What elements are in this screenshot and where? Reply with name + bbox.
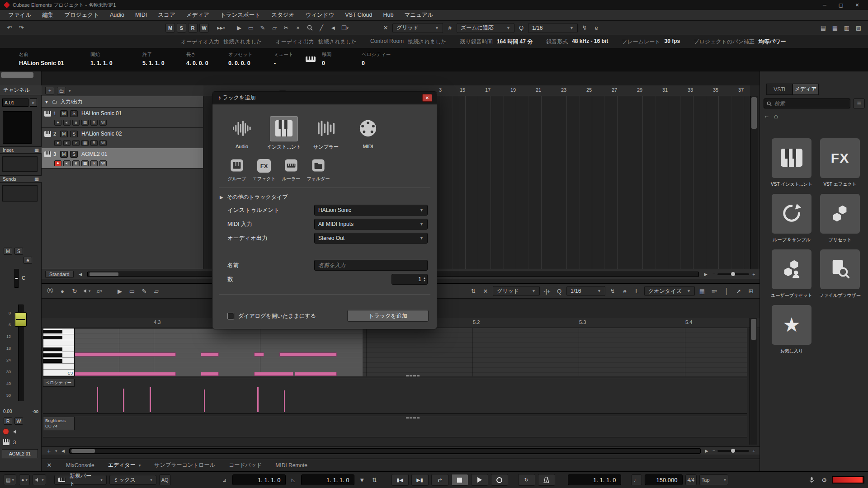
mix-dropdown[interactable]: ミックス▾ bbox=[109, 475, 156, 485]
retrospective-record-icon[interactable]: ↻ bbox=[518, 474, 535, 486]
track-name[interactable]: HALion Sonic 02 bbox=[81, 131, 122, 137]
instrument-icon[interactable]: ▦ bbox=[81, 120, 89, 126]
primary-time-display[interactable]: 1. 1. 1. 0 bbox=[568, 474, 621, 485]
instrument-icon[interactable]: ▦ bbox=[81, 140, 89, 146]
acoustic-feedback-icon[interactable]: ▾ bbox=[82, 286, 92, 296]
range-tool-icon[interactable]: ▭ bbox=[127, 286, 137, 296]
track-row-agml2-01-selected[interactable]: 3 M S AGML2 01 ● e ▦ R W bbox=[42, 148, 203, 169]
editor-horizontal-scrollbar[interactable] bbox=[69, 448, 701, 454]
zoom-in-icon[interactable]: ＋ bbox=[751, 271, 756, 277]
read-automation-icon[interactable]: R bbox=[90, 120, 98, 126]
go-to-previous-marker-button[interactable]: ▮◀ bbox=[392, 474, 409, 486]
type-group[interactable]: グループ bbox=[226, 158, 247, 182]
tab-vsti[interactable]: VSTi bbox=[766, 84, 793, 95]
cc74-lane[interactable] bbox=[43, 416, 747, 437]
undo-icon[interactable]: ↶ bbox=[5, 23, 14, 33]
track-solo-button[interactable]: S bbox=[70, 151, 78, 158]
monitor-mode-icon[interactable]: ▾ bbox=[33, 474, 46, 485]
use-track-preset-icon[interactable]: 🗀 bbox=[57, 87, 66, 94]
aq-button[interactable]: AQ bbox=[159, 474, 171, 485]
solo-editor-icon[interactable]: Ⓢ bbox=[45, 286, 55, 296]
track-row-halion-sonic-02[interactable]: 2 M S HALion Sonic 02 ● e ▦ R W bbox=[42, 128, 203, 148]
time-signature-display[interactable]: 4/4 bbox=[685, 474, 697, 485]
line-tool-icon[interactable]: ╱ bbox=[316, 23, 326, 33]
type-ruler[interactable]: ルーラー bbox=[281, 158, 302, 182]
scroll-right-icon[interactable]: ▶ bbox=[703, 446, 710, 456]
edit-channel-icon[interactable]: e bbox=[72, 160, 80, 166]
search-input[interactable] bbox=[774, 101, 847, 106]
lower-zone-toggle-icon[interactable]: ▦ bbox=[830, 23, 840, 33]
erase-tool-icon[interactable]: ▱ bbox=[269, 23, 279, 33]
object-select-tool-icon[interactable]: ▶ bbox=[234, 23, 244, 33]
menu-window[interactable]: ウィンドウ bbox=[301, 10, 339, 20]
channel-solo-button[interactable]: S bbox=[14, 248, 23, 255]
split-tool-icon[interactable]: ✂ bbox=[281, 23, 291, 33]
minimize-button[interactable]: ─ bbox=[816, 0, 833, 9]
track-solo-button[interactable]: S bbox=[70, 110, 78, 117]
tile-favorites[interactable]: ★ お気に入り bbox=[771, 305, 812, 354]
channel-mute-button[interactable]: M bbox=[4, 248, 12, 255]
menu-hub[interactable]: Hub bbox=[379, 10, 398, 20]
chevron-down-icon[interactable]: ▾ bbox=[139, 463, 141, 468]
menu-edit[interactable]: 編集 bbox=[38, 10, 58, 20]
editor-quantize-dropdown[interactable]: 1/16▼ bbox=[566, 286, 605, 296]
spinner-down-icon[interactable]: ▼ bbox=[423, 279, 426, 282]
iterative-quantize-icon[interactable]: ↯ bbox=[608, 286, 618, 296]
event-colors-icon[interactable]: ≡▾ bbox=[709, 286, 719, 296]
record-enable-icon[interactable]: ● bbox=[54, 140, 61, 146]
channel-track-name[interactable]: AGML2 01 bbox=[2, 449, 38, 458]
info-mute[interactable]: ミュート- bbox=[274, 52, 293, 66]
menu-vst-cloud[interactable]: VST Cloud bbox=[340, 10, 377, 20]
add-track-button[interactable]: ＋ bbox=[45, 87, 54, 94]
midi-input-dropdown[interactable]: All MIDI Inputs▼ bbox=[314, 219, 428, 230]
editor-auto-scroll-icon[interactable]: ⇅ bbox=[468, 286, 478, 296]
scroll-left-icon[interactable]: ◀ bbox=[60, 446, 66, 456]
exclusive-monitor-icon[interactable]: ▤▾ bbox=[4, 474, 16, 485]
back-icon[interactable]: ← bbox=[764, 113, 769, 119]
menu-midi[interactable]: MIDI bbox=[131, 10, 151, 20]
grid-type-dropdown[interactable]: グリッド▼ bbox=[392, 23, 443, 33]
edit-channel-icon[interactable]: e bbox=[72, 140, 80, 146]
piano-keyboard[interactable]: C3 bbox=[43, 328, 75, 376]
left-locator-icon[interactable]: ⊿ bbox=[220, 475, 230, 485]
write-automation-icon[interactable]: W bbox=[99, 120, 107, 126]
left-zone-toggle-icon[interactable]: ▤ bbox=[818, 23, 828, 33]
scroll-right-icon[interactable]: ▶ bbox=[703, 269, 709, 279]
type-effect[interactable]: FX エフェクト bbox=[254, 158, 274, 182]
channel-read-button[interactable]: R bbox=[4, 418, 12, 425]
tab-mixconsole[interactable]: MixConsole bbox=[66, 462, 94, 469]
new-part-dropdown[interactable]: 新規パート▾ bbox=[54, 475, 107, 485]
info-velocity[interactable]: ベロシティー0 bbox=[362, 52, 391, 66]
editor-grid-dropdown[interactable]: グリッド▼ bbox=[493, 286, 540, 296]
tile-user-presets[interactable]: ユーザープリセット bbox=[771, 249, 812, 299]
track-mute-button[interactable]: M bbox=[60, 131, 68, 137]
redo-icon[interactable]: ↷ bbox=[16, 23, 26, 33]
instrument-dropdown[interactable]: HALion Sonic▼ bbox=[314, 205, 428, 216]
add-lane-button[interactable]: ＋ bbox=[45, 446, 52, 456]
dialog-title-bar[interactable]: トラックを追加 ✕ bbox=[212, 92, 437, 104]
open-in-window-icon[interactable]: ➚ bbox=[734, 286, 744, 296]
menu-manual[interactable]: マニュアル bbox=[400, 10, 438, 20]
monitor-icon[interactable] bbox=[63, 140, 71, 146]
record-in-editor-icon[interactable]: ● bbox=[57, 286, 67, 296]
zone-resize-handle[interactable] bbox=[1, 72, 33, 78]
microphone-icon[interactable] bbox=[807, 475, 816, 485]
editor-snap-icon[interactable]: ✕ bbox=[481, 286, 491, 296]
feedback-icon[interactable]: ↻ bbox=[70, 286, 80, 296]
menu-project[interactable]: プロジェクト bbox=[60, 10, 104, 20]
read-automation-icon[interactable]: R bbox=[90, 160, 98, 166]
stop-button[interactable] bbox=[451, 474, 468, 486]
type-sampler[interactable]: サンプラー bbox=[307, 116, 344, 150]
home-icon[interactable]: ⌂ bbox=[774, 112, 778, 120]
tab-chord-pads[interactable]: コードパッド bbox=[229, 461, 262, 469]
mute-all-button[interactable]: M bbox=[165, 23, 175, 33]
info-transpose[interactable]: 移調0 bbox=[322, 52, 331, 66]
chevron-down-icon[interactable]: ▾ bbox=[55, 449, 57, 453]
type-midi[interactable]: MIDI bbox=[349, 116, 387, 150]
edit-channel-icon[interactable]: e bbox=[72, 120, 80, 126]
info-name[interactable]: 名前HALion Sonic 01 bbox=[19, 52, 64, 66]
zoom-mode-dropdown[interactable]: ズームに適応▼ bbox=[457, 23, 514, 33]
scroll-left-icon[interactable]: ◀ bbox=[77, 269, 84, 279]
grid-match-icon[interactable]: -|+ bbox=[542, 286, 552, 296]
close-button[interactable]: ✕ bbox=[849, 0, 865, 9]
